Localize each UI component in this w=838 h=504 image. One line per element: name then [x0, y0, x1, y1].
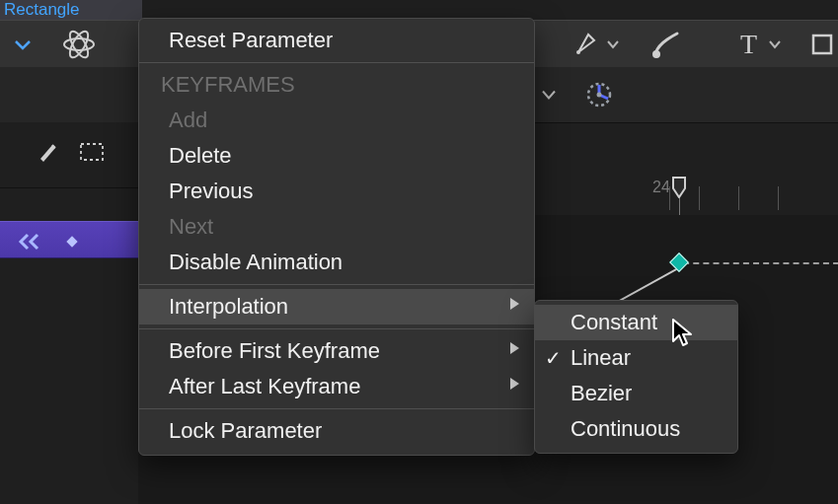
- ruler-tick: [738, 186, 739, 210]
- menu-label: Interpolation: [169, 294, 288, 319]
- submenu-constant[interactable]: Constant: [535, 305, 737, 340]
- keyframe-marker-icon[interactable]: [63, 231, 81, 256]
- submenu-linear[interactable]: ✓ Linear: [535, 340, 737, 376]
- menu-label: Next: [169, 214, 213, 239]
- object-title-tab[interactable]: Rectangle: [0, 0, 142, 20]
- menu-section-label: KEYFRAMES: [161, 72, 295, 97]
- menu-before-first-keyframe[interactable]: Before First Keyframe: [139, 333, 534, 369]
- svg-marker-11: [510, 342, 519, 354]
- value-guide-line: [673, 262, 838, 264]
- svg-marker-10: [510, 298, 519, 310]
- submenu-continuous[interactable]: Continuous: [535, 411, 737, 447]
- submenu-arrow-icon: [508, 333, 520, 369]
- rect-tool-icon[interactable]: [811, 34, 833, 55]
- submenu-bezier[interactable]: Bezier: [535, 376, 737, 411]
- svg-marker-12: [510, 378, 519, 390]
- timing-curve-icon[interactable]: [584, 80, 614, 109]
- ruler-tick: [669, 186, 670, 210]
- svg-rect-9: [66, 236, 77, 247]
- text-tool-icon[interactable]: T: [740, 29, 757, 60]
- svg-point-3: [576, 50, 580, 54]
- menu-keyframe-next: Next: [139, 209, 534, 245]
- menu-label: After Last Keyframe: [169, 374, 360, 398]
- menu-label: Reset Parameter: [169, 28, 333, 52]
- ruler-tick-label: 24: [652, 179, 670, 196]
- menu-reset-parameter[interactable]: Reset Parameter: [139, 23, 534, 58]
- ruler-tick: [699, 186, 700, 210]
- menu-separator: [139, 62, 534, 63]
- svg-rect-5: [813, 36, 831, 53]
- menu-disable-animation[interactable]: Disable Animation: [139, 245, 534, 280]
- playhead-icon[interactable]: [671, 177, 687, 198]
- svg-point-7: [597, 93, 602, 98]
- brush-tool-icon[interactable]: [651, 30, 681, 59]
- pen-tool-icon[interactable]: [572, 31, 600, 58]
- ruler-tick: [778, 186, 779, 210]
- parameter-lane-header[interactable]: [0, 221, 138, 258]
- menu-separator: [139, 284, 534, 285]
- menu-separator: [139, 328, 534, 329]
- submenu-arrow-icon: [508, 289, 520, 324]
- text-tool-dropdown[interactable]: [768, 39, 782, 49]
- svg-point-4: [652, 50, 660, 58]
- menu-label: Constant: [571, 310, 657, 334]
- menu-keyframe-add: Add: [139, 103, 534, 138]
- toolbar-expand-dropdown[interactable]: [14, 38, 32, 50]
- menu-label: Add: [169, 108, 207, 132]
- interpolation-submenu: Constant ✓ Linear Bezier Continuous: [534, 300, 738, 454]
- menu-label: Disable Animation: [169, 250, 343, 274]
- nav-back-icon[interactable]: [18, 231, 41, 256]
- check-icon: ✓: [545, 340, 562, 376]
- menu-label: Delete: [169, 143, 232, 168]
- text-tool-label: T: [740, 29, 757, 59]
- menu-label: Linear: [571, 345, 631, 370]
- menu-keyframe-delete[interactable]: Delete: [139, 138, 534, 174]
- parameter-context-menu: Reset Parameter KEYFRAMES Add Delete Pre…: [138, 18, 535, 456]
- menu-label: Lock Parameter: [169, 418, 322, 443]
- track-header: [0, 122, 138, 188]
- object-title-label: Rectangle: [4, 0, 80, 19]
- replicator-icon[interactable]: [59, 25, 99, 64]
- menu-separator: [139, 408, 534, 409]
- menu-label: Previous: [169, 179, 254, 203]
- submenu-arrow-icon: [508, 369, 520, 404]
- menu-label: Continuous: [571, 416, 680, 441]
- menu-interpolation[interactable]: Interpolation: [139, 289, 534, 324]
- menu-label: Bezier: [571, 381, 632, 405]
- svg-rect-8: [81, 144, 103, 160]
- menu-section-keyframes: KEYFRAMES: [139, 67, 534, 103]
- menu-label: Before First Keyframe: [169, 338, 380, 363]
- svg-point-0: [64, 38, 94, 50]
- timing-dropdown[interactable]: [541, 90, 557, 101]
- menu-after-last-keyframe[interactable]: After Last Keyframe: [139, 369, 534, 404]
- menu-keyframe-previous[interactable]: Previous: [139, 174, 534, 209]
- pen-tool-dropdown[interactable]: [606, 39, 620, 49]
- menu-lock-parameter[interactable]: Lock Parameter: [139, 413, 534, 449]
